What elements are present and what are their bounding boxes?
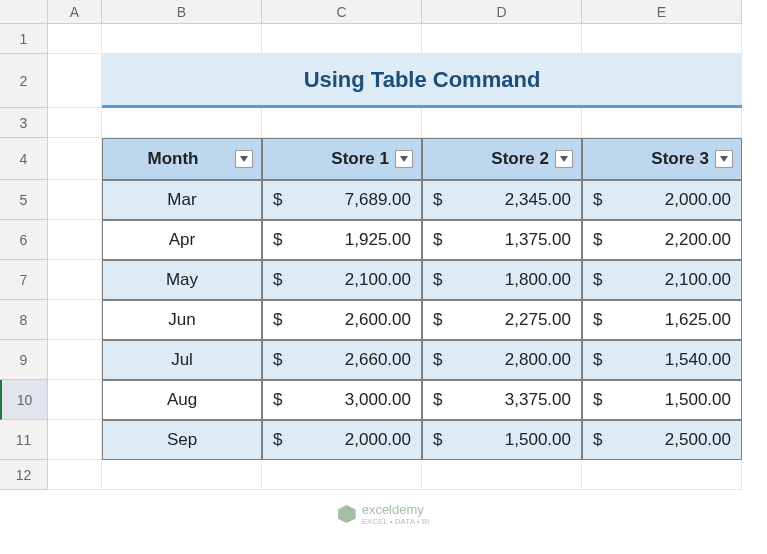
- filter-button[interactable]: [555, 150, 573, 168]
- cell[interactable]: [422, 460, 582, 490]
- cell[interactable]: [422, 24, 582, 54]
- cell-value: 2,800.00: [505, 350, 571, 370]
- table-row-value[interactable]: $1,800.00: [422, 260, 582, 300]
- spreadsheet-grid: A B C D E 1 2 Using Table Command 3 4 Mo…: [0, 0, 767, 490]
- row-header-6[interactable]: 6: [0, 220, 48, 260]
- cell[interactable]: [582, 460, 742, 490]
- cell[interactable]: [48, 24, 102, 54]
- table-row-value[interactable]: $2,200.00: [582, 220, 742, 260]
- table-row-value[interactable]: $3,375.00: [422, 380, 582, 420]
- cell[interactable]: [102, 460, 262, 490]
- cell-value: 2,100.00: [665, 270, 731, 290]
- dropdown-icon: [560, 156, 568, 162]
- table-row-value[interactable]: $2,100.00: [582, 260, 742, 300]
- cell[interactable]: [48, 380, 102, 420]
- row-header-1[interactable]: 1: [0, 24, 48, 54]
- col-header-B[interactable]: B: [102, 0, 262, 24]
- cell[interactable]: [48, 300, 102, 340]
- table-header-month[interactable]: Month: [102, 138, 262, 180]
- cell[interactable]: [422, 108, 582, 138]
- table-row-month[interactable]: Jul: [102, 340, 262, 380]
- cell-value: 7,689.00: [345, 190, 411, 210]
- table-row-value[interactable]: $2,660.00: [262, 340, 422, 380]
- cell[interactable]: [48, 180, 102, 220]
- col-header-A[interactable]: A: [48, 0, 102, 24]
- cell-value: 2,345.00: [505, 190, 571, 210]
- row-header-4[interactable]: 4: [0, 138, 48, 180]
- table-row-value[interactable]: $1,500.00: [422, 420, 582, 460]
- table-row-month[interactable]: Apr: [102, 220, 262, 260]
- table-row-value[interactable]: $1,625.00: [582, 300, 742, 340]
- col-header-C[interactable]: C: [262, 0, 422, 24]
- table-header-store1[interactable]: Store 1: [262, 138, 422, 180]
- select-all-corner[interactable]: [0, 0, 48, 24]
- cell[interactable]: [582, 24, 742, 54]
- cell[interactable]: [48, 138, 102, 180]
- filter-button[interactable]: [715, 150, 733, 168]
- row-header-9[interactable]: 9: [0, 340, 48, 380]
- table-row-value[interactable]: $2,275.00: [422, 300, 582, 340]
- header-label: Store 2: [431, 149, 555, 169]
- cell-value: 1,625.00: [665, 310, 731, 330]
- table-row-month[interactable]: Aug: [102, 380, 262, 420]
- header-label: Month: [111, 149, 235, 169]
- watermark-tagline: EXCEL • DATA • BI: [362, 517, 430, 526]
- currency-symbol: $: [273, 390, 282, 410]
- table-header-store2[interactable]: Store 2: [422, 138, 582, 180]
- row-header-10[interactable]: 10: [0, 380, 48, 420]
- cell-value: 2,000.00: [665, 190, 731, 210]
- table-row-value[interactable]: $1,925.00: [262, 220, 422, 260]
- table-row-value[interactable]: $2,600.00: [262, 300, 422, 340]
- page-title[interactable]: Using Table Command: [102, 54, 742, 108]
- table-row-month[interactable]: Jun: [102, 300, 262, 340]
- cell[interactable]: [262, 24, 422, 54]
- table-row-value[interactable]: $1,375.00: [422, 220, 582, 260]
- cell-value: 2,200.00: [665, 230, 731, 250]
- filter-button[interactable]: [395, 150, 413, 168]
- cell[interactable]: [102, 108, 262, 138]
- table-row-value[interactable]: $1,500.00: [582, 380, 742, 420]
- col-header-E[interactable]: E: [582, 0, 742, 24]
- table-row-value[interactable]: $2,500.00: [582, 420, 742, 460]
- cell[interactable]: [48, 420, 102, 460]
- table-row-value[interactable]: $1,540.00: [582, 340, 742, 380]
- cell[interactable]: [48, 54, 102, 108]
- table-row-value[interactable]: $3,000.00: [262, 380, 422, 420]
- row-header-3[interactable]: 3: [0, 108, 48, 138]
- watermark: exceldemy EXCEL • DATA • BI: [338, 502, 430, 526]
- table-row-month[interactable]: Mar: [102, 180, 262, 220]
- table-row-value[interactable]: $2,800.00: [422, 340, 582, 380]
- table-row-month[interactable]: May: [102, 260, 262, 300]
- currency-symbol: $: [593, 190, 602, 210]
- table-row-value[interactable]: $2,000.00: [262, 420, 422, 460]
- currency-symbol: $: [273, 230, 282, 250]
- cell[interactable]: [48, 108, 102, 138]
- cell[interactable]: [48, 460, 102, 490]
- currency-symbol: $: [433, 430, 442, 450]
- currency-symbol: $: [593, 350, 602, 370]
- cell[interactable]: [102, 24, 262, 54]
- currency-symbol: $: [593, 270, 602, 290]
- row-header-5[interactable]: 5: [0, 180, 48, 220]
- row-header-8[interactable]: 8: [0, 300, 48, 340]
- row-header-11[interactable]: 11: [0, 420, 48, 460]
- cell[interactable]: [582, 108, 742, 138]
- table-row-value[interactable]: $2,345.00: [422, 180, 582, 220]
- table-row-value[interactable]: $2,000.00: [582, 180, 742, 220]
- cell[interactable]: [262, 460, 422, 490]
- currency-symbol: $: [433, 230, 442, 250]
- row-header-2[interactable]: 2: [0, 54, 48, 108]
- table-row-value[interactable]: $2,100.00: [262, 260, 422, 300]
- table-row-value[interactable]: $7,689.00: [262, 180, 422, 220]
- currency-symbol: $: [273, 350, 282, 370]
- filter-button[interactable]: [235, 150, 253, 168]
- cell[interactable]: [48, 220, 102, 260]
- row-header-7[interactable]: 7: [0, 260, 48, 300]
- table-header-store3[interactable]: Store 3: [582, 138, 742, 180]
- col-header-D[interactable]: D: [422, 0, 582, 24]
- cell[interactable]: [262, 108, 422, 138]
- cell[interactable]: [48, 260, 102, 300]
- cell[interactable]: [48, 340, 102, 380]
- row-header-12[interactable]: 12: [0, 460, 48, 490]
- table-row-month[interactable]: Sep: [102, 420, 262, 460]
